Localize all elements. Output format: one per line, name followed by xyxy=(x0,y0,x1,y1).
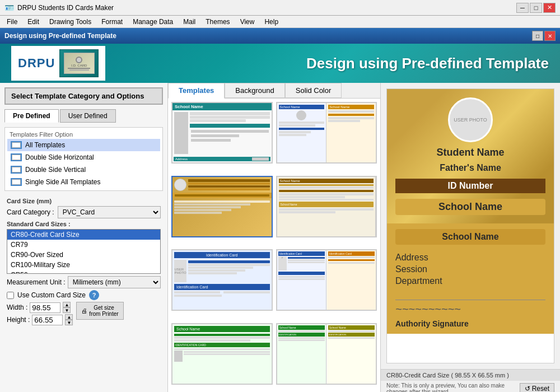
size-cr50[interactable]: CR50 xyxy=(7,270,160,274)
dialog-close-button[interactable]: ✕ xyxy=(544,31,556,41)
filter-dh-label: Double Side Horizontal xyxy=(25,153,94,161)
template-thumb-4[interactable]: School Name School Name xyxy=(276,176,377,237)
filter-double-horizontal[interactable]: Double Side Horizontal xyxy=(7,151,160,164)
filter-all-templates[interactable]: All Templates xyxy=(7,139,160,151)
template-thumb-2[interactable]: School Name School Name xyxy=(276,102,377,164)
custom-size-checkbox[interactable] xyxy=(7,292,14,299)
template-thumb-8[interactable]: School Name IDENTIFICATION School Name I… xyxy=(276,323,377,385)
preview-fields: Address Session Department xyxy=(395,248,545,291)
preview-card: USER PHOTO Student Name Father's Name ID… xyxy=(386,88,554,363)
mid-tab-bar: Templates Background Solid Color xyxy=(168,83,380,99)
tab-templates[interactable]: Templates xyxy=(168,83,225,99)
maximize-button[interactable]: □ xyxy=(530,3,542,13)
banner-title: Design using Pre-defined Template xyxy=(306,55,549,72)
filter-dv-icon xyxy=(11,166,22,174)
standard-sizes-label: Standard Card Sizes : xyxy=(7,221,161,227)
main-container: Select Template Category and Options Pre… xyxy=(0,83,560,392)
preview-address: Address xyxy=(395,253,545,263)
card-settings: Card Size (mm) Card Category : PVC_Card … xyxy=(4,195,163,329)
filter-dh-icon xyxy=(11,153,22,161)
template-thumb-1[interactable]: School Name xyxy=(171,102,273,164)
size-list[interactable]: CR80-Credit Card Size CR79 CR90-Over Siz… xyxy=(7,229,161,274)
filter-all-icon xyxy=(11,141,22,149)
get-size-button[interactable]: 🖨 Get sizefrom Printer xyxy=(76,302,123,320)
menu-edit[interactable]: Edit xyxy=(23,17,44,27)
app-title: DRPU Students ID Cards Maker xyxy=(17,4,114,12)
preview-authority: Authority Signature xyxy=(395,319,545,328)
predefined-tab-row: Pre Defined User Defined xyxy=(4,109,163,123)
menu-manage-data[interactable]: Manage Data xyxy=(128,17,178,27)
card-info: CR80-Credit Card Size ( 98.55 X 66.55 mm… xyxy=(381,369,560,381)
template-thumb-7[interactable]: School Name IDENTIFICATION CARD xyxy=(171,323,273,385)
close-button[interactable]: ✕ xyxy=(543,3,556,13)
preview-signature: ~~~~~~~~~~ xyxy=(395,300,545,316)
filter-ss-icon xyxy=(11,178,22,186)
info-button[interactable]: ? xyxy=(89,290,99,300)
menu-view[interactable]: View xyxy=(236,17,259,27)
preview-student-name: Student Name xyxy=(436,147,504,158)
width-down-button[interactable]: ▼ xyxy=(63,307,71,313)
size-cr100[interactable]: CR100-Military Size xyxy=(7,260,160,270)
filter-all-label: All Templates xyxy=(25,141,65,149)
height-label: Height : xyxy=(7,316,30,324)
right-panel: USER PHOTO Student Name Father's Name ID… xyxy=(381,83,560,392)
template-thumb-6[interactable]: Identification Card P xyxy=(276,249,377,311)
preview-department: Department xyxy=(395,276,545,286)
preview-session: Session xyxy=(395,264,545,274)
tab-predefined[interactable]: Pre Defined xyxy=(4,109,59,123)
size-cr90[interactable]: CR90-Over Sized xyxy=(7,250,160,260)
tab-solid-color[interactable]: Solid Color xyxy=(285,83,342,98)
menu-drawing-tools[interactable]: Drawing Tools xyxy=(45,17,96,27)
height-up-button[interactable]: ▲ xyxy=(65,314,73,320)
filter-ss-label: Single Side All Templates xyxy=(25,178,101,186)
note-content: Note: This is only a preview, You can al… xyxy=(386,382,520,392)
size-cr80[interactable]: CR80-Credit Card Size xyxy=(7,230,160,240)
card-size-label: Card Size (mm) xyxy=(7,198,161,204)
menu-format[interactable]: Format xyxy=(97,17,127,27)
reset-button[interactable]: ↺ Reset xyxy=(520,383,554,392)
preview-school-name-2: School Name xyxy=(395,229,545,245)
size-cr79[interactable]: CR79 xyxy=(7,240,160,250)
template-thumb-3[interactable] xyxy=(171,176,273,237)
reset-icon: ↺ xyxy=(525,385,530,392)
minimize-button[interactable]: ─ xyxy=(516,3,529,13)
preview-father-name: Father's Name xyxy=(440,163,501,173)
height-down-button[interactable]: ▼ xyxy=(65,320,73,325)
preview-school-name-1: School Name xyxy=(395,199,545,215)
custom-size-label: Use Custom Card Size xyxy=(17,291,86,299)
menu-help[interactable]: Help xyxy=(260,17,283,27)
menu-file[interactable]: File xyxy=(2,17,22,27)
section-header: Select Template Category and Options xyxy=(4,87,163,105)
menu-themes[interactable]: Themes xyxy=(201,17,234,27)
measurement-label: Measurement Unit : xyxy=(7,278,66,286)
card-category-label: Card Category : xyxy=(7,208,54,216)
reset-label: Reset xyxy=(532,385,549,392)
width-up-button[interactable]: ▲ xyxy=(63,302,71,307)
preview-top: USER PHOTO Student Name Father's Name ID… xyxy=(387,89,554,223)
left-panel: Select Template Category and Options Pre… xyxy=(0,83,168,392)
card-category-select[interactable]: PVC_Card xyxy=(58,206,161,218)
middle-panel: Templates Background Solid Color School … xyxy=(168,83,381,392)
template-thumb-5[interactable]: Identification Card USERPHOTO Ide xyxy=(171,249,273,311)
filter-dv-label: Double Side Vertical xyxy=(25,166,86,174)
measurement-select[interactable]: Milimeters (mm) xyxy=(68,276,161,288)
filter-title: Templates Filter Option xyxy=(7,130,160,139)
menu-bar: File Edit Drawing Tools Format Manage Da… xyxy=(0,16,560,28)
filter-double-vertical[interactable]: Double Side Vertical xyxy=(7,164,160,176)
filter-single-side[interactable]: Single Side All Templates xyxy=(7,176,160,188)
height-input[interactable] xyxy=(32,315,63,325)
dialog-title-bar: Design using Pre-defined Template □ ✕ xyxy=(0,28,560,44)
printer-icon: 🖨 xyxy=(81,307,87,314)
drpu-text: DRPU xyxy=(18,56,55,71)
tab-userdefined[interactable]: User Defined xyxy=(60,109,116,123)
drpu-logo: DRPU I.D. CARD xyxy=(11,46,105,81)
title-bar: 🪪 DRPU Students ID Cards Maker ─ □ ✕ xyxy=(0,0,560,16)
width-input[interactable] xyxy=(30,302,60,313)
menu-mail[interactable]: Mail xyxy=(179,17,200,27)
filter-box: Templates Filter Option All Templates Do… xyxy=(4,127,163,191)
preview-id-bar: ID Number xyxy=(395,179,545,193)
note-text: Note: This is only a preview, You can al… xyxy=(381,381,560,392)
dialog-title: Design using Pre-defined Template xyxy=(4,32,116,40)
tab-background[interactable]: Background xyxy=(225,83,284,98)
dialog-maximize-button[interactable]: □ xyxy=(532,31,543,41)
